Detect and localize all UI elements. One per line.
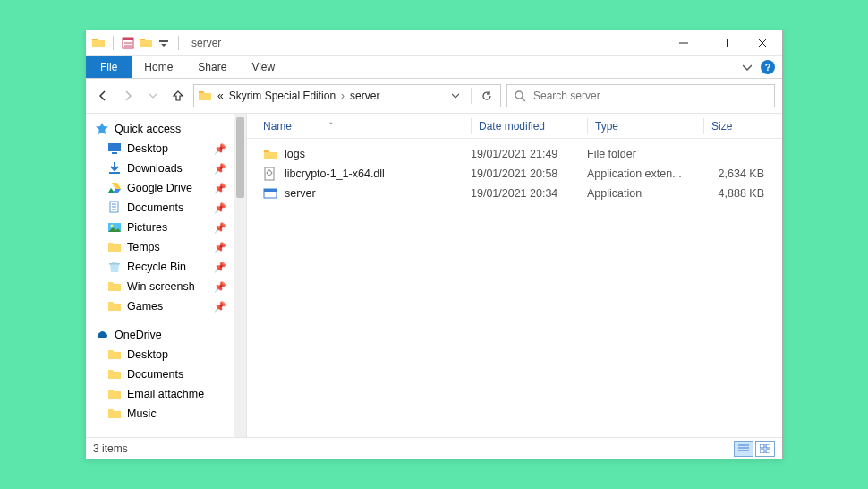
close-button[interactable] xyxy=(743,30,782,56)
nav-item-winscreensh[interactable]: Win screensh 📌 xyxy=(93,277,232,296)
svg-rect-4 xyxy=(108,143,121,151)
pin-icon: 📌 xyxy=(214,262,230,273)
properties-icon[interactable] xyxy=(121,36,135,50)
desktop-icon xyxy=(107,142,122,156)
maximize-button[interactable] xyxy=(703,30,743,56)
nav-scrollbar[interactable] xyxy=(234,114,246,437)
folder-icon xyxy=(91,36,106,50)
pin-icon: 📌 xyxy=(214,143,230,155)
onedrive-icon xyxy=(95,328,109,342)
file-row[interactable]: logs 19/01/2021 21:49 File folder xyxy=(247,144,782,164)
svg-rect-15 xyxy=(264,189,277,192)
nav-item-od-desktop[interactable]: Desktop xyxy=(93,345,232,365)
help-button[interactable]: ? xyxy=(761,60,775,74)
svg-rect-17 xyxy=(766,444,770,448)
explorer-window: server File Home Share View ? « Skyrim S… xyxy=(85,30,783,459)
nav-arrows xyxy=(93,86,188,106)
pin-icon: 📌 xyxy=(214,222,230,234)
svg-rect-16 xyxy=(760,444,764,448)
search-box[interactable] xyxy=(506,84,775,107)
star-icon xyxy=(95,122,109,136)
nav-group-onedrive: OneDrive Desktop Documents Email attachm… xyxy=(93,325,232,424)
chevron-right-icon[interactable]: › xyxy=(341,90,345,102)
nav-label: Recycle Bin xyxy=(127,261,186,273)
nav-item-desktop[interactable]: Desktop 📌 xyxy=(93,139,232,159)
window-title: server xyxy=(191,37,221,49)
file-type: Application exten... xyxy=(587,167,703,180)
recent-dropdown[interactable] xyxy=(143,86,163,106)
ribbon-expand-icon[interactable] xyxy=(743,63,752,72)
address-dropdown[interactable] xyxy=(446,86,465,106)
file-row[interactable]: server 19/01/2021 20:34 Application 4,88… xyxy=(247,184,782,203)
qat-dropdown-icon[interactable] xyxy=(157,36,171,50)
breadcrumb-part[interactable]: server xyxy=(350,90,379,102)
col-header-size[interactable]: Size xyxy=(703,118,775,134)
nav-item-downloads[interactable]: Downloads 📌 xyxy=(93,159,232,178)
scrollbar-thumb[interactable] xyxy=(236,117,244,198)
view-large-button[interactable] xyxy=(755,441,775,457)
nav-item-temps[interactable]: Temps 📌 xyxy=(93,237,232,257)
titlebar-left: server xyxy=(91,36,221,50)
col-header-name[interactable]: Name ⌃ xyxy=(247,120,471,133)
nav-label: Temps xyxy=(127,241,160,253)
nav-item-od-documents[interactable]: Documents xyxy=(93,365,232,384)
refresh-button[interactable] xyxy=(477,86,497,106)
nav-item-od-music[interactable]: Music xyxy=(93,404,232,424)
tab-view[interactable]: View xyxy=(239,56,287,78)
nav-label: Win screensh xyxy=(127,280,195,293)
body: Quick access Desktop 📌 Downloads 📌 xyxy=(86,113,782,437)
pin-icon: 📌 xyxy=(214,281,230,293)
nav-item-documents[interactable]: Documents 📌 xyxy=(93,198,232,218)
folder-icon xyxy=(107,367,122,382)
file-type: File folder xyxy=(587,148,703,160)
window-controls xyxy=(664,30,782,56)
view-switcher xyxy=(734,441,775,457)
pictures-icon xyxy=(107,220,122,235)
nav-label: Desktop xyxy=(127,348,168,361)
svg-point-9 xyxy=(111,225,114,227)
col-header-type[interactable]: Type xyxy=(587,118,703,134)
column-headers: Name ⌃ Date modified Type Size xyxy=(247,114,782,139)
folder-icon xyxy=(107,299,122,313)
search-input[interactable] xyxy=(533,90,767,102)
minimize-button[interactable] xyxy=(664,30,703,56)
nav-item-games[interactable]: Games 📌 xyxy=(93,296,232,316)
breadcrumb-part[interactable]: Skyrim Special Edition xyxy=(229,90,336,102)
nav-label: Desktop xyxy=(127,142,168,155)
quick-access-header[interactable]: Quick access xyxy=(93,119,232,139)
nav-item-od-email[interactable]: Email attachme xyxy=(93,384,232,404)
svg-rect-5 xyxy=(112,152,117,154)
pin-icon: 📌 xyxy=(214,301,230,313)
folder-icon xyxy=(107,240,122,254)
qat-separator xyxy=(113,36,114,50)
tab-home[interactable]: Home xyxy=(132,56,185,78)
up-button[interactable] xyxy=(168,86,188,106)
status-count: 3 items xyxy=(93,442,128,455)
view-details-button[interactable] xyxy=(734,441,753,457)
file-type: Application xyxy=(587,187,703,200)
tab-file[interactable]: File xyxy=(86,56,132,78)
ribbon: File Home Share View ? xyxy=(86,56,782,79)
col-header-date[interactable]: Date modified xyxy=(471,118,587,134)
forward-button[interactable] xyxy=(118,86,138,106)
address-bar[interactable]: « Skyrim Special Edition › server xyxy=(193,84,501,107)
file-row[interactable]: libcrypto-1_1-x64.dll 19/01/2021 20:58 A… xyxy=(247,164,782,184)
onedrive-header[interactable]: OneDrive xyxy=(93,325,232,345)
titlebar: server xyxy=(86,30,782,56)
dll-icon xyxy=(263,167,277,181)
file-date: 19/01/2021 20:58 xyxy=(471,167,587,180)
tab-share[interactable]: Share xyxy=(185,56,239,78)
documents-icon xyxy=(107,201,122,215)
nav-item-recycle[interactable]: Recycle Bin 📌 xyxy=(93,257,232,277)
svg-rect-19 xyxy=(766,450,770,453)
new-folder-icon[interactable] xyxy=(139,36,153,50)
pin-icon: 📌 xyxy=(214,183,230,194)
back-button[interactable] xyxy=(93,86,113,106)
recycle-icon xyxy=(107,260,122,274)
nav-item-gdrive[interactable]: Google Drive 📌 xyxy=(93,178,232,198)
nav-item-pictures[interactable]: Pictures 📌 xyxy=(93,218,232,237)
nav-label: Quick access xyxy=(115,123,181,135)
col-label: Name xyxy=(263,120,292,133)
navigation-pane: Quick access Desktop 📌 Downloads 📌 xyxy=(86,114,247,437)
folder-icon xyxy=(107,347,122,362)
